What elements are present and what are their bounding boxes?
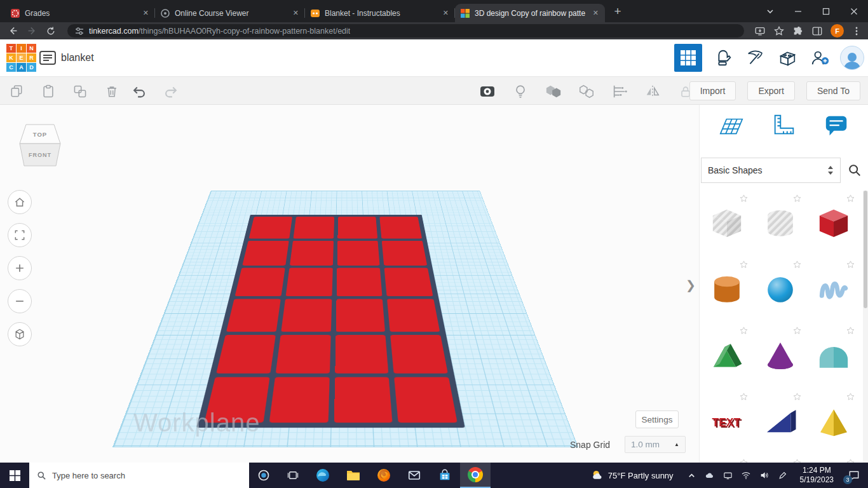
group-icon[interactable] bbox=[545, 83, 562, 100]
tab-close-icon[interactable]: ✕ bbox=[442, 8, 450, 18]
favorite-star-icon[interactable] bbox=[792, 326, 802, 336]
snap-grid-dropdown[interactable]: 1.0 mm ▲ bbox=[625, 436, 686, 453]
scrollbar-thumb[interactable] bbox=[864, 191, 867, 308]
favorite-star-icon[interactable] bbox=[846, 458, 855, 463]
taskbar-file-explorer-icon[interactable] bbox=[338, 463, 369, 488]
duplicate-icon[interactable] bbox=[71, 83, 89, 100]
minimize-button[interactable] bbox=[784, 0, 812, 22]
notes-tool-icon[interactable] bbox=[822, 112, 851, 139]
taskbar-search-input[interactable]: Type here to search bbox=[29, 463, 249, 488]
export-button[interactable]: Export bbox=[747, 81, 794, 100]
taskbar-weather[interactable]: 75°F Partly sunny bbox=[583, 469, 681, 482]
taskbar-mail-icon[interactable] bbox=[399, 463, 430, 488]
favorite-star-icon[interactable] bbox=[739, 260, 749, 269]
shape-tile-wedge[interactable] bbox=[754, 389, 807, 455]
align-icon[interactable] bbox=[611, 83, 628, 100]
new-tab-button[interactable]: + bbox=[609, 3, 627, 20]
shape-tile-pyramid[interactable] bbox=[807, 389, 860, 455]
mode-bricks-icon[interactable] bbox=[775, 46, 799, 70]
taskbar-firefox-icon[interactable] bbox=[369, 463, 399, 488]
favorite-star-icon[interactable] bbox=[792, 392, 802, 402]
blanket[interactable] bbox=[196, 215, 465, 428]
shape-tile-box[interactable] bbox=[807, 191, 860, 257]
mode-3d-design-button[interactable] bbox=[674, 44, 702, 72]
invite-collaborator-icon[interactable] bbox=[808, 46, 832, 70]
browser-tab[interactable]: Online Course Viewer✕ bbox=[155, 4, 305, 22]
zoom-in-button[interactable] bbox=[8, 256, 32, 280]
favorite-star-icon[interactable] bbox=[846, 392, 855, 402]
panel-collapse-chevron[interactable]: ❯ bbox=[684, 271, 698, 298]
shape-tile-roof[interactable] bbox=[700, 323, 754, 389]
tab-close-icon[interactable]: ✕ bbox=[142, 8, 150, 18]
shape-tile-text[interactable]: TEXTTEXT bbox=[700, 389, 754, 455]
forward-button[interactable] bbox=[25, 25, 38, 37]
workplane-tool-icon[interactable] bbox=[717, 112, 746, 139]
perspective-toggle-button[interactable] bbox=[8, 322, 32, 346]
3d-viewport[interactable]: TOP FRONT Workplane Settings Snap Grid 1… bbox=[0, 105, 699, 463]
shape-tile-sphere[interactable] bbox=[754, 257, 807, 323]
cortana-button[interactable] bbox=[249, 463, 278, 488]
shape-search-button[interactable] bbox=[841, 158, 868, 183]
home-view-button[interactable] bbox=[8, 190, 32, 214]
browser-tab[interactable]: Grades✕ bbox=[5, 4, 155, 22]
browser-profile-badge[interactable]: F bbox=[831, 24, 844, 37]
shape-tile-cylinder-hole[interactable] bbox=[754, 191, 807, 257]
volume-icon[interactable] bbox=[759, 470, 770, 480]
onedrive-cloud-icon[interactable] bbox=[704, 470, 715, 481]
wifi-icon[interactable] bbox=[741, 470, 751, 480]
maximize-button[interactable] bbox=[812, 0, 840, 22]
delete-icon[interactable] bbox=[103, 83, 121, 100]
shape-tile-cone[interactable] bbox=[754, 323, 807, 389]
install-app-icon[interactable] bbox=[754, 25, 766, 37]
favorite-star-icon[interactable] bbox=[846, 194, 855, 203]
tab-close-icon[interactable]: ✕ bbox=[592, 8, 600, 18]
taskbar-chrome-icon-active[interactable] bbox=[460, 463, 491, 488]
browser-tab[interactable]: 3D design Copy of rainbow patte✕ bbox=[455, 4, 605, 22]
favorite-star-icon[interactable] bbox=[846, 260, 855, 269]
favorite-star-icon[interactable] bbox=[739, 458, 749, 463]
copy-icon[interactable] bbox=[8, 83, 25, 100]
fit-view-button[interactable] bbox=[8, 223, 32, 247]
task-view-button[interactable] bbox=[278, 463, 308, 488]
close-button[interactable] bbox=[840, 0, 868, 22]
display-icon[interactable] bbox=[723, 471, 733, 480]
tinkercad-logo[interactable]: TINKERCAD bbox=[6, 44, 36, 72]
taskbar-edge-icon[interactable] bbox=[308, 463, 338, 488]
send-to-button[interactable]: Send To bbox=[806, 81, 860, 100]
browser-tab[interactable]: Blanket - Instructables✕ bbox=[305, 4, 455, 22]
pen-icon[interactable] bbox=[778, 471, 787, 480]
user-avatar[interactable] bbox=[840, 46, 864, 70]
favorite-star-icon[interactable] bbox=[846, 326, 855, 336]
shape-tile-partial-shape-1[interactable] bbox=[700, 455, 754, 463]
url-bar[interactable]: tinkercad.com/things/hBUHAAO0Ryh-copy-of… bbox=[67, 24, 744, 37]
settings-button[interactable]: Settings bbox=[635, 410, 679, 428]
ruler-tool-icon[interactable] bbox=[770, 112, 799, 139]
reload-button[interactable] bbox=[44, 25, 57, 37]
shape-tile-partial-shape-3[interactable] bbox=[807, 455, 860, 463]
extensions-puzzle-icon[interactable] bbox=[792, 25, 804, 37]
design-title[interactable]: blanket bbox=[61, 52, 94, 64]
taskbar-clock[interactable]: 1:24 PM 5/19/2023 bbox=[794, 466, 840, 485]
favorite-star-icon[interactable] bbox=[739, 326, 749, 336]
redo-icon[interactable] bbox=[162, 83, 180, 100]
zoom-out-button[interactable] bbox=[8, 289, 32, 313]
view-cube[interactable]: TOP FRONT bbox=[18, 123, 62, 168]
back-button[interactable] bbox=[6, 25, 19, 37]
favorite-star-icon[interactable] bbox=[792, 458, 802, 463]
mode-minecraft-pickaxe-icon[interactable] bbox=[743, 46, 767, 70]
side-panel-icon[interactable] bbox=[811, 25, 823, 37]
ungroup-icon[interactable] bbox=[578, 83, 595, 100]
tab-search-icon[interactable] bbox=[756, 0, 784, 22]
favorite-star-icon[interactable] bbox=[739, 392, 749, 402]
main-menu-icon[interactable] bbox=[39, 51, 56, 65]
action-center-button[interactable]: 3 bbox=[840, 463, 868, 488]
start-button[interactable] bbox=[0, 463, 29, 488]
site-settings-icon[interactable] bbox=[75, 27, 84, 36]
shape-tile-round-roof[interactable] bbox=[807, 323, 860, 389]
shape-tile-scribble[interactable] bbox=[807, 257, 860, 323]
tab-close-icon[interactable]: ✕ bbox=[292, 8, 300, 18]
shape-tile-box-hole[interactable] bbox=[700, 191, 754, 257]
bookmark-star-icon[interactable] bbox=[773, 25, 785, 37]
tray-chevron-up-icon[interactable] bbox=[688, 471, 696, 480]
favorite-star-icon[interactable] bbox=[792, 260, 802, 269]
